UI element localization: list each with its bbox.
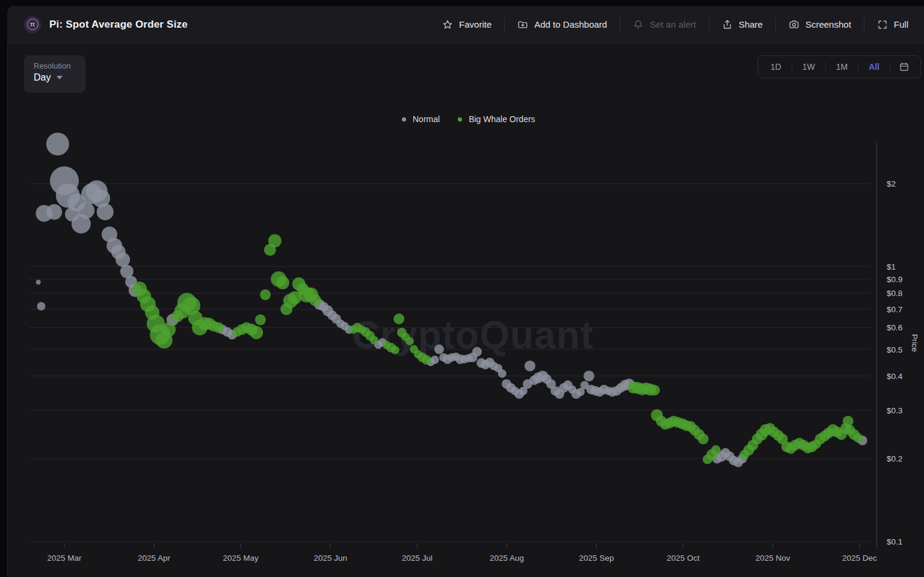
chevron-down-icon bbox=[57, 76, 63, 79]
range-1m-button[interactable]: 1M bbox=[826, 56, 858, 78]
header-separator bbox=[620, 17, 620, 32]
add-to-dashboard-button[interactable]: Add to Dashboard bbox=[517, 19, 607, 30]
header-separator bbox=[709, 17, 709, 32]
header-separator bbox=[504, 17, 505, 32]
action-label: Full bbox=[894, 19, 908, 29]
action-label: Share bbox=[739, 19, 763, 29]
big-whale-dot-icon bbox=[458, 117, 462, 122]
camera-icon bbox=[789, 19, 799, 30]
legend-item-big-whale-orders[interactable]: Big Whale Orders bbox=[458, 114, 535, 124]
normal-dot-icon bbox=[402, 117, 406, 122]
action-label: Set an alert bbox=[650, 19, 696, 29]
range-1w-button[interactable]: 1W bbox=[792, 56, 825, 78]
share-button[interactable]: Share bbox=[722, 19, 763, 30]
set-alert-button[interactable]: Set an alert bbox=[633, 19, 696, 30]
star-icon bbox=[442, 19, 453, 30]
screenshot-button[interactable]: Screenshot bbox=[789, 19, 851, 30]
page-title: Pi: Spot Average Order Size bbox=[49, 19, 188, 31]
action-label: Add to Dashboard bbox=[534, 19, 607, 29]
resolution-dropdown[interactable]: Resolution Day bbox=[24, 55, 85, 93]
action-label: Screenshot bbox=[805, 19, 851, 29]
header: π Pi: Spot Average Order Size FavoriteAd… bbox=[7, 6, 924, 43]
header-left: π Pi: Spot Average Order Size bbox=[24, 16, 188, 33]
header-separator bbox=[775, 17, 776, 32]
pi-coin-icon: π bbox=[24, 16, 41, 33]
app-window: CryptoQuant$2$1$0.9$0.8$0.7$0.6$0.5$0.4$… bbox=[0, 0, 924, 577]
action-label: Favorite bbox=[459, 19, 491, 29]
full-button[interactable]: Full bbox=[877, 19, 908, 30]
header-separator bbox=[864, 17, 864, 32]
resolution-value: Day bbox=[34, 72, 76, 83]
favorite-button[interactable]: Favorite bbox=[442, 19, 491, 30]
range-selector: 1D1W1MAll bbox=[757, 55, 921, 78]
header-actions: FavoriteAdd to DashboardSet an alertShar… bbox=[442, 17, 908, 32]
bell-icon bbox=[633, 19, 644, 30]
calendar-button[interactable] bbox=[890, 56, 918, 78]
legend-item-normal[interactable]: Normal bbox=[402, 114, 440, 124]
resolution-label: Resolution bbox=[34, 61, 76, 70]
range-all-button[interactable]: All bbox=[858, 56, 890, 78]
range-1d-button[interactable]: 1D bbox=[760, 56, 792, 78]
fullscreen-icon bbox=[877, 19, 888, 30]
chart-legend: Normal Big Whale Orders bbox=[402, 114, 535, 124]
folder-plus-icon bbox=[517, 19, 528, 30]
share-icon bbox=[722, 19, 733, 30]
chart-panel bbox=[7, 6, 924, 577]
